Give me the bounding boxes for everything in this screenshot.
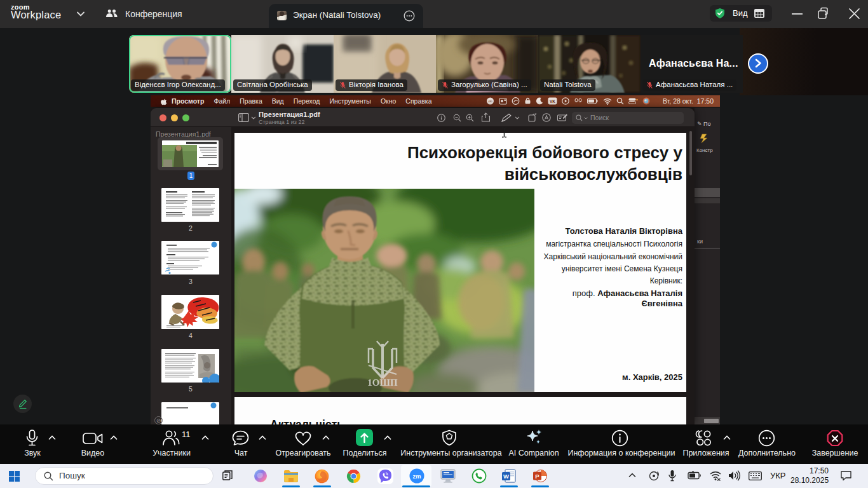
svg-text:1ОШП: 1ОШП (367, 377, 398, 388)
svg-text:480: 480 (488, 100, 492, 103)
svg-text:VK: VK (550, 99, 555, 104)
svg-text:W: W (503, 473, 509, 480)
svg-text:zm: zm (412, 473, 421, 480)
svg-text:P: P (535, 473, 539, 480)
